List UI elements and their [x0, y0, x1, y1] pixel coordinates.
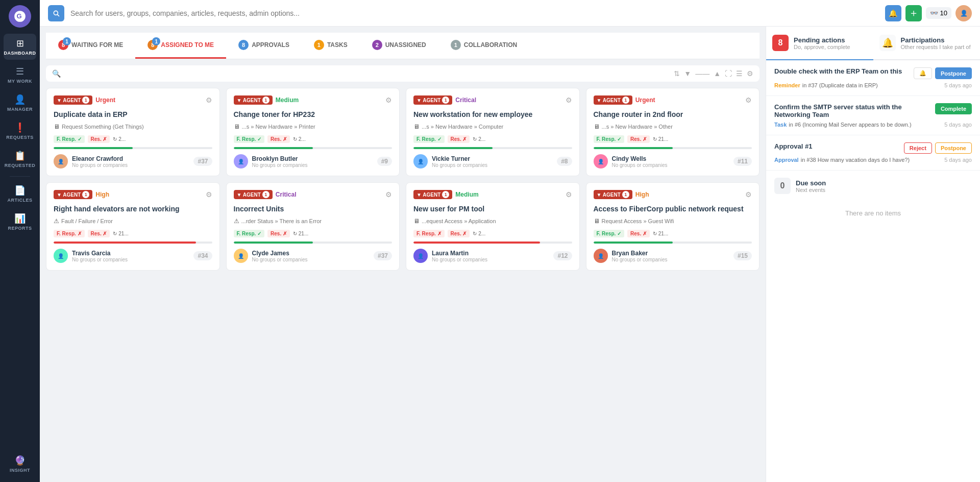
agent-badge-7: ▼ AGENT 1: [594, 190, 632, 199]
user-info-6: Laura Martin No groups or companies: [432, 250, 549, 262]
expand-icon[interactable]: ⛶: [725, 69, 732, 78]
tab-unassigned[interactable]: 2 UNASSIGNED: [360, 33, 438, 59]
gear-icon-7[interactable]: ⚙: [745, 190, 752, 199]
card-header-3: ▼ AGENT 1 Urgent ⚙: [594, 95, 752, 105]
sidebar-item-insight[interactable]: 🔮 INSIGHT: [4, 451, 36, 477]
sidebar-item-reports[interactable]: 📊 REPORTS: [4, 209, 36, 235]
add-button[interactable]: ＋: [905, 5, 922, 21]
card-title-1: Change toner for HP232: [234, 110, 393, 119]
counter-7: ↻ 21...: [653, 231, 668, 236]
user-name-4: Travis Garcia: [72, 250, 189, 257]
sidebar-item-articles[interactable]: 📄 ARTICLES: [4, 181, 36, 207]
sidebar-item-manager[interactable]: 👤 MANAGER: [4, 90, 36, 116]
tab-tasks[interactable]: 1 TASKS: [302, 33, 360, 59]
right-panel: 8 Pending actions Do, approve, complete …: [766, 27, 980, 482]
progress-bar-1: [234, 147, 393, 149]
user-avatar-1: 👤: [234, 154, 248, 168]
cards-grid: ▼ AGENT 1 Urgent ⚙ Duplicate data in ERP…: [46, 88, 760, 271]
counter-5: ↻ 21...: [293, 231, 308, 236]
action-title-1: Double check with the ERP Team on this 🔔…: [774, 67, 972, 79]
tab-collaboration[interactable]: 1 COLLABORATION: [438, 33, 529, 59]
gear-icon-1[interactable]: ⚙: [385, 96, 392, 104]
user-avatar-2: 👤: [413, 154, 428, 168]
card-card4[interactable]: ▼ AGENT 1 Urgent ⚙ Change router in 2nd …: [586, 88, 760, 176]
progress-bar-7: [594, 242, 752, 244]
sidebar-logo[interactable]: G: [9, 5, 31, 28]
dashboard-icon: ⊞: [16, 38, 24, 49]
meta-type-3: Approval: [774, 157, 799, 163]
tab-waiting[interactable]: 8 1 WAITING FOR ME: [46, 33, 135, 59]
postpone-btn-3[interactable]: Postpone: [935, 142, 972, 154]
agent-badge-5: ▼ AGENT 1: [234, 190, 273, 199]
bell-action-btn-1[interactable]: 🔔: [914, 67, 932, 79]
gear-icon-4[interactable]: ⚙: [206, 190, 212, 199]
f-resp-4: F. Resp. ✗: [54, 230, 85, 237]
card-card6[interactable]: ▼ AGENT 1 Critical ⚙ Incorrect Units ⚠ .…: [226, 182, 400, 271]
ticket-num-1: #9: [377, 157, 392, 166]
sidebar-item-my-work[interactable]: ☰ MY WORK: [4, 62, 36, 88]
gear-icon-2[interactable]: ⚙: [566, 96, 572, 104]
pending-actions-tab[interactable]: 8 Pending actions Do, approve, complete: [766, 27, 873, 60]
sidebar-item-dashboard[interactable]: ⊞ DASHBOARD: [4, 34, 36, 60]
agent-badge-1: ▼ AGENT 1: [234, 95, 273, 105]
settings-icon[interactable]: ⚙: [747, 69, 753, 78]
glasses-button[interactable]: 👓 10: [926, 7, 951, 19]
user-info-0: Eleanor Crawford No groups or companies: [72, 155, 189, 168]
sidebar-item-requested[interactable]: 📋 REQUESTED: [4, 146, 36, 172]
priority-range-icon[interactable]: ——: [695, 69, 709, 78]
progress-bar-6: [413, 242, 572, 244]
card-footer-5: 👤 Clyde James No groups or companies #37: [234, 249, 393, 263]
action-item-3: Approval #1 Reject Postpone Approval in …: [766, 135, 980, 171]
complete-btn-2[interactable]: Complete: [935, 103, 972, 114]
card-stats-1: F. Resp. ✓ Res. ✗ ↻ 2...: [234, 135, 393, 143]
participations-tab[interactable]: 🔔 Participations Other requests I take p…: [873, 27, 981, 60]
card-stats-2: F. Resp. ✓ Res. ✗ ↻ 2...: [413, 135, 572, 143]
gear-icon-6[interactable]: ⚙: [566, 190, 572, 199]
priority-low-icon[interactable]: ▼: [684, 69, 691, 78]
approvals-badge: 8: [238, 40, 249, 50]
gear-icon-5[interactable]: ⚙: [385, 190, 392, 199]
ticket-num-0: #37: [193, 157, 212, 166]
tab-assigned[interactable]: 8 1 ASSIGNED TO ME: [135, 33, 226, 59]
user-avatar-3: 👤: [594, 154, 608, 168]
gear-icon-3[interactable]: ⚙: [745, 96, 752, 104]
counter-1: ↻ 2...: [293, 136, 306, 142]
card-card2[interactable]: ▼ AGENT 1 Medium ⚙ Change toner for HP23…: [226, 88, 400, 176]
user-company-6: No groups or companies: [432, 257, 549, 262]
reject-btn-3[interactable]: Reject: [904, 142, 932, 154]
sidebar-item-requests[interactable]: ❗ REQUESTS: [4, 118, 36, 144]
sidebar: G ⊞ DASHBOARD ☰ MY WORK 👤 MANAGER ❗ REQU…: [0, 0, 40, 482]
card-card5[interactable]: ▼ AGENT 1 High ⚙ Right hand elevators ar…: [46, 182, 220, 271]
card-title-0: Duplicate data in ERP: [54, 110, 212, 119]
filter-input[interactable]: [65, 70, 670, 78]
card-card8[interactable]: ▼ AGENT 1 High ⚙ Access to FiberCorp pub…: [586, 182, 760, 271]
action-buttons-3: Reject Postpone: [904, 142, 972, 154]
main-content: 🔔 ＋ 👓 10 👤 8 1 WAITIN: [40, 0, 980, 482]
priority-high-icon[interactable]: ▲: [714, 69, 721, 78]
user-avatar[interactable]: 👤: [955, 5, 972, 21]
card-card3[interactable]: ▼ AGENT 1 Critical ⚙ New workstation for…: [406, 88, 580, 176]
f-resp-1: F. Resp. ✓: [234, 135, 265, 143]
priority-1: Medium: [276, 97, 299, 104]
sort-icon[interactable]: ⇅: [674, 69, 680, 78]
card-card7[interactable]: ▼ AGENT 1 Medium ⚙ New user for PM tool …: [406, 182, 580, 271]
search-input[interactable]: [70, 9, 879, 17]
f-resp-0: F. Resp. ✓: [54, 135, 85, 143]
card-header-2: ▼ AGENT 1 Critical ⚙: [413, 95, 572, 105]
ticket-num-4: #34: [193, 251, 212, 260]
notification-button[interactable]: 🔔: [885, 5, 901, 21]
action-item-1: Double check with the ERP Team on this 🔔…: [766, 60, 980, 96]
participation-title: Participations: [901, 36, 971, 44]
gear-icon-0[interactable]: ⚙: [206, 96, 212, 104]
search-icon-button[interactable]: [48, 5, 64, 21]
svg-point-2: [54, 11, 58, 15]
postpone-btn-1[interactable]: Postpone: [935, 67, 972, 79]
tabs: 8 1 WAITING FOR ME 8 1 ASSIGNED TO ME 8: [46, 33, 760, 59]
user-name-1: Brooklyn Butler: [252, 155, 373, 162]
list-icon[interactable]: ☰: [736, 69, 743, 78]
tab-approvals[interactable]: 8 APPROVALS: [226, 33, 302, 59]
participation-subtitle: Other requests I take part of: [901, 44, 971, 50]
card-card1[interactable]: ▼ AGENT 1 Urgent ⚙ Duplicate data in ERP…: [46, 88, 220, 176]
user-name-6: Laura Martin: [432, 250, 549, 257]
card-title-5: Incorrect Units: [234, 204, 393, 213]
